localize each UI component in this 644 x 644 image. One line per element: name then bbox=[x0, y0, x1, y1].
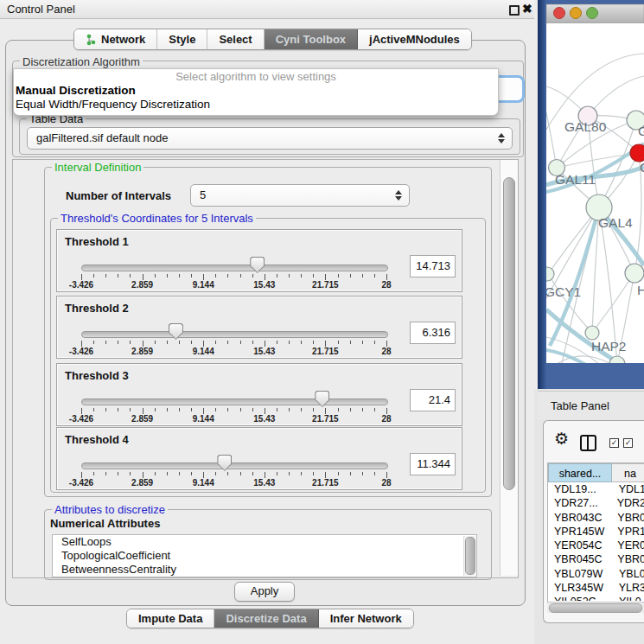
threshold-1-value-field[interactable]: 14.713 bbox=[410, 255, 456, 277]
node-h[interactable] bbox=[625, 264, 644, 283]
table-row[interactable]: YER054CYER0 bbox=[548, 539, 644, 552]
table-row[interactable]: YIL052CYIL0 bbox=[548, 595, 644, 601]
slider-tick bbox=[265, 472, 265, 478]
slider-tick-label: -3.426 bbox=[69, 347, 93, 356]
table-cell-name[interactable]: YBR0 bbox=[610, 511, 644, 525]
list-item[interactable]: SelfLoops bbox=[53, 535, 476, 549]
table-row[interactable]: YDL19...YDL1 bbox=[548, 482, 644, 496]
table-row[interactable]: YBR043CYBR0 bbox=[548, 511, 644, 525]
tab-infer-network[interactable]: Infer Network bbox=[319, 609, 413, 628]
tab-cyni-toolbox[interactable]: Cyni Toolbox bbox=[265, 29, 358, 49]
dropdown-prompt: Select algorithm to view settings bbox=[14, 69, 498, 84]
network-canvas[interactable] bbox=[546, 23, 644, 363]
table-row[interactable]: YPR145WYPR1 bbox=[548, 525, 644, 539]
slider-track[interactable] bbox=[81, 462, 388, 469]
slider-tick bbox=[167, 472, 168, 475]
tab-jactivemnodules[interactable]: jActiveMNodules bbox=[358, 29, 471, 49]
threshold-1-slider[interactable]: -3.4262.8599.14415.4321.71528 bbox=[81, 230, 386, 291]
table-horizontal-scrollbar-thumb[interactable] bbox=[549, 603, 642, 613]
split-columns-icon[interactable] bbox=[580, 435, 596, 451]
dropdown-option-manual[interactable]: Manual Discretization bbox=[14, 84, 498, 98]
minimize-traffic-light-icon[interactable] bbox=[571, 8, 582, 19]
table-cell-shared-name[interactable]: YIL052C bbox=[548, 595, 612, 601]
control-panel-titlebar: Control Panel ✖ bbox=[0, 0, 534, 19]
vertical-scrollbar[interactable] bbox=[500, 160, 518, 576]
table-cell-name[interactable]: YER0 bbox=[610, 539, 644, 552]
table-row[interactable]: YBL079WYBL0 bbox=[548, 567, 644, 581]
apply-button[interactable]: Apply bbox=[234, 582, 295, 602]
slider-tick bbox=[301, 408, 302, 411]
table-row[interactable]: YBR045CYBR0 bbox=[548, 552, 644, 566]
number-of-intervals-combo[interactable]: 5 bbox=[190, 184, 410, 207]
tab-impute-data[interactable]: Impute Data bbox=[127, 609, 214, 628]
table-cell-name[interactable]: YLR3 bbox=[612, 581, 644, 595]
slider-tick bbox=[203, 472, 204, 478]
table-cell-name[interactable]: YDR2 bbox=[610, 496, 644, 510]
slider-tick-label: 15.43 bbox=[253, 347, 275, 356]
table-cell-name[interactable]: YDL1 bbox=[612, 482, 644, 496]
slider-tick bbox=[350, 341, 351, 344]
threshold-3-value-field[interactable]: 21.4 bbox=[410, 389, 456, 411]
table-cell-shared-name[interactable]: YPR145W bbox=[548, 525, 610, 539]
table-cell-name[interactable]: YBR0 bbox=[610, 552, 644, 566]
table-cell-shared-name[interactable]: YLR345W bbox=[548, 581, 612, 595]
slider-tick bbox=[338, 408, 339, 411]
tab-style[interactable]: Style bbox=[157, 29, 207, 49]
node-selected-red[interactable] bbox=[630, 144, 644, 162]
gear-icon[interactable]: ⚙ bbox=[554, 429, 569, 449]
table-cell-name[interactable]: YPR1 bbox=[610, 525, 644, 539]
bottom-tabbar: Impute Data Discretize Data Infer Networ… bbox=[126, 609, 414, 628]
node-hap2[interactable] bbox=[585, 326, 599, 340]
checkbox-icon[interactable]: ✓ bbox=[609, 438, 619, 448]
table-cell-shared-name[interactable]: YBL079W bbox=[548, 567, 612, 581]
table-cell-name[interactable]: YBL0 bbox=[612, 567, 644, 581]
column-header-name[interactable]: na bbox=[612, 463, 644, 482]
threshold-2-value-field[interactable]: 6.316 bbox=[410, 322, 456, 344]
table-row[interactable]: YLR345WYLR3 bbox=[548, 581, 644, 595]
zoom-traffic-light-icon[interactable] bbox=[587, 8, 598, 19]
table-cell-name[interactable]: YIL0 bbox=[612, 595, 644, 601]
tab-jactivemnodules-label: jActiveMNodules bbox=[369, 33, 460, 46]
slider-track[interactable] bbox=[81, 399, 388, 405]
table-cell-shared-name[interactable]: YDR27... bbox=[548, 496, 610, 510]
table-cell-shared-name[interactable]: YBR043C bbox=[548, 511, 610, 525]
slider-tick bbox=[191, 472, 192, 475]
table-cell-shared-name[interactable]: YBR045C bbox=[548, 552, 610, 566]
slider-tick-label: 2.859 bbox=[131, 414, 153, 424]
tab-network[interactable]: Network bbox=[74, 29, 157, 49]
tab-discretize-data[interactable]: Discretize Data bbox=[214, 609, 318, 628]
table-cell-shared-name[interactable]: YDL19... bbox=[548, 482, 612, 496]
table-row[interactable]: YDR27...YDR2 bbox=[548, 496, 644, 510]
list-scrollbar-thumb[interactable] bbox=[465, 537, 475, 575]
slider-tick bbox=[338, 274, 339, 277]
close-icon[interactable]: ✖ bbox=[522, 2, 532, 16]
slider-tick bbox=[118, 274, 118, 277]
threshold-4-slider[interactable]: -3.4262.8599.14415.4321.71528 bbox=[81, 428, 386, 489]
threshold-2-slider[interactable]: -3.4262.8599.14415.4321.71528 bbox=[81, 296, 386, 358]
tab-select[interactable]: Select bbox=[207, 29, 264, 49]
dropdown-option-equal-width[interactable]: Equal Width/Frequency Discretization bbox=[14, 98, 498, 112]
table-horizontal-scrollbar[interactable] bbox=[547, 602, 644, 613]
list-item[interactable]: BetweennessCentrality bbox=[53, 563, 476, 577]
slider-tick bbox=[265, 408, 265, 414]
column-header-shared-name[interactable]: shared... bbox=[548, 463, 612, 482]
table-cell-shared-name[interactable]: YER054C bbox=[548, 539, 610, 552]
float-window-icon[interactable] bbox=[509, 5, 520, 16]
vertical-scrollbar-thumb[interactable] bbox=[503, 177, 515, 490]
slider-track[interactable] bbox=[81, 331, 388, 338]
numerical-attributes-list[interactable]: SelfLoopsTopologicalCoefficientBetweenne… bbox=[52, 534, 477, 577]
slider-track[interactable] bbox=[81, 265, 388, 271]
threshold-3-slider[interactable]: -3.4262.8599.14415.4321.71528 bbox=[81, 364, 386, 425]
checkbox-icon[interactable]: ✓ bbox=[623, 438, 633, 448]
slider-tick bbox=[227, 341, 228, 344]
list-item[interactable]: TopologicalCoefficient bbox=[53, 549, 476, 563]
list-scrollbar[interactable] bbox=[463, 536, 475, 576]
network-view-window[interactable]: GAL80 GA C GAL11 GAL4 GCY1 H HAP2 bbox=[538, 0, 644, 389]
slider-tick bbox=[105, 341, 106, 344]
threshold-4-value-field[interactable]: 11.344 bbox=[410, 453, 456, 475]
table-data-combo[interactable]: galFiltered.sif default node bbox=[27, 127, 513, 150]
node-label: GAL4 bbox=[598, 215, 633, 230]
slider-tick bbox=[313, 472, 314, 475]
slider-tick-label: 28 bbox=[381, 280, 391, 290]
close-traffic-light-icon[interactable] bbox=[554, 8, 565, 19]
